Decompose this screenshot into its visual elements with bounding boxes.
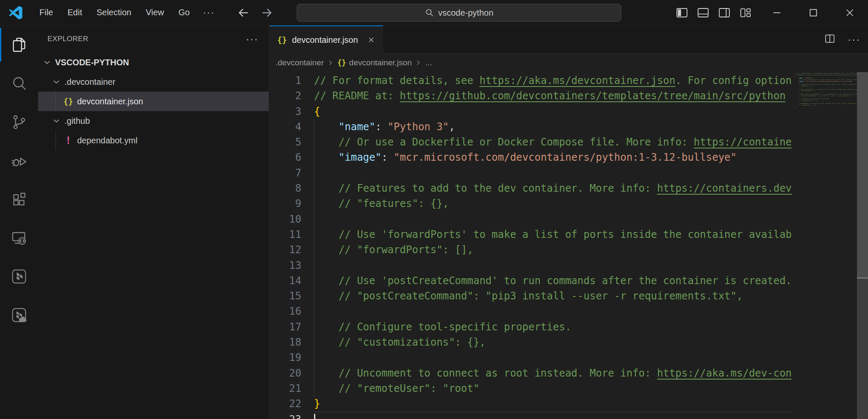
code-line[interactable]: 9 // "features": {}, bbox=[270, 196, 792, 211]
line-number: 17 bbox=[270, 319, 301, 335]
tree-item-root[interactable]: VSCODE-PYTHON bbox=[38, 53, 269, 72]
code-line[interactable]: 19 bbox=[270, 350, 792, 365]
line-content[interactable]: { bbox=[314, 106, 320, 117]
code-line[interactable]: 2// README at: https://github.com/devcon… bbox=[270, 88, 792, 103]
toggle-panel-icon[interactable] bbox=[693, 0, 714, 25]
code-token: // "features": {}, bbox=[339, 198, 449, 210]
editor-more-actions-icon[interactable]: ··· bbox=[848, 34, 860, 45]
activity-terraform-cloud[interactable] bbox=[0, 296, 38, 334]
code-line[interactable]: 3{ bbox=[270, 104, 792, 119]
scrollbar-slider[interactable] bbox=[857, 72, 868, 279]
code-line[interactable]: 15 // "postCreateCommand": "pip3 install… bbox=[270, 288, 792, 304]
split-editor-icon[interactable] bbox=[824, 33, 836, 46]
activity-search[interactable] bbox=[0, 64, 38, 103]
activity-terraform[interactable] bbox=[0, 257, 38, 296]
code-line[interactable]: 16 bbox=[270, 304, 792, 319]
line-number: 16 bbox=[270, 304, 301, 319]
menu-edit[interactable]: Edit bbox=[60, 5, 89, 20]
menu-more-ellipsis[interactable]: ··· bbox=[197, 5, 221, 21]
code-line[interactable]: 10 bbox=[270, 212, 792, 227]
toggle-primary-sidebar-icon[interactable] bbox=[671, 0, 693, 25]
tab-devcontainer-json[interactable]: {} devcontainer.json bbox=[270, 25, 383, 53]
customize-layout-icon[interactable] bbox=[735, 0, 756, 25]
breadcrumb-file[interactable]: devcontainer.json bbox=[349, 58, 412, 67]
chevron-down-icon[interactable] bbox=[51, 77, 62, 87]
code-token: // "customizations": {}, bbox=[339, 336, 486, 348]
code-lines[interactable]: 1// For format details, see https://aka.… bbox=[270, 73, 792, 419]
code-line[interactable]: 20 // Uncomment to connect as root inste… bbox=[270, 366, 792, 381]
close-tab-icon[interactable] bbox=[367, 36, 375, 44]
line-content[interactable]: // Use 'forwardPorts' to make a list of … bbox=[314, 229, 792, 240]
vertical-scrollbar[interactable] bbox=[857, 72, 868, 419]
line-content[interactable]: // Or use a Dockerfile or Docker Compose… bbox=[314, 136, 792, 148]
line-content[interactable]: // "remoteUser": "root" bbox=[314, 383, 479, 394]
activity-remote-explorer[interactable] bbox=[0, 218, 38, 257]
layout-controls bbox=[671, 0, 756, 25]
code-line[interactable]: 8 // Features to add to the dev containe… bbox=[270, 181, 792, 196]
tree-item-devcontainer-json[interactable]: {} devcontainer.json bbox=[38, 92, 269, 111]
line-content[interactable]: } bbox=[314, 398, 320, 410]
maximize-icon[interactable] bbox=[795, 0, 832, 25]
activity-source-control[interactable] bbox=[0, 103, 38, 141]
line-content[interactable]: // Uncomment to connect as root instead.… bbox=[314, 367, 792, 379]
breadcrumb-symbol-more[interactable]: ... bbox=[425, 58, 432, 67]
code-line[interactable]: 17 // Configure tool-specific properties… bbox=[270, 319, 792, 335]
code-token bbox=[314, 336, 339, 348]
code-line[interactable]: 1// For format details, see https://aka.… bbox=[270, 73, 792, 88]
code-token bbox=[314, 182, 339, 194]
tree-item-devcontainer-folder[interactable]: .devcontainer bbox=[38, 72, 269, 92]
code-line[interactable]: 7 bbox=[270, 165, 792, 181]
code-line[interactable]: 21 // "remoteUser": "root" bbox=[270, 381, 792, 396]
code-line[interactable]: 11 // Use 'forwardPorts' to make a list … bbox=[270, 227, 792, 242]
menu-view[interactable]: View bbox=[139, 5, 171, 20]
code-line[interactable]: 4 "name": "Python 3", bbox=[270, 119, 792, 134]
code-line[interactable]: 6 "image": "mcr.microsoft.com/devcontain… bbox=[270, 150, 792, 165]
code-token: // "postCreateCommand": "pip3 install --… bbox=[339, 290, 743, 302]
explorer-more-actions-icon[interactable]: ··· bbox=[246, 37, 259, 41]
minimap[interactable]: // For format details, see https://aka.m… bbox=[791, 73, 857, 417]
menu-file[interactable]: File bbox=[32, 5, 60, 20]
toggle-secondary-sidebar-icon[interactable] bbox=[714, 0, 735, 25]
code-line[interactable]: 18 // "customizations": {}, bbox=[270, 335, 792, 350]
breadcrumb-folder[interactable]: .devcontainer bbox=[275, 58, 324, 67]
code-line[interactable]: 5 // Or use a Dockerfile or Docker Compo… bbox=[270, 134, 792, 150]
code-line[interactable]: 12 // "forwardPorts": [], bbox=[270, 242, 792, 257]
code-token: { bbox=[314, 106, 320, 117]
code-line[interactable]: 14 // Use 'postCreateCommand' to run com… bbox=[270, 273, 792, 288]
line-content[interactable] bbox=[314, 413, 315, 419]
command-center-search[interactable]: vscode-python bbox=[297, 4, 621, 22]
line-content[interactable]: "name": "Python 3", bbox=[314, 121, 455, 133]
code-line[interactable]: 13 bbox=[270, 258, 792, 273]
line-content[interactable]: // Features to add to the dev container.… bbox=[314, 182, 792, 194]
activity-bar bbox=[0, 25, 38, 419]
tree-item-dependabot-yml[interactable]: ! dependabot.yml bbox=[38, 131, 269, 150]
go-back-icon[interactable] bbox=[237, 6, 250, 19]
code-token: , bbox=[449, 121, 455, 133]
menu-selection[interactable]: Selection bbox=[89, 5, 139, 20]
code-line[interactable]: 22} bbox=[270, 396, 792, 411]
line-content[interactable]: // "features": {}, bbox=[314, 198, 449, 210]
close-window-icon[interactable] bbox=[832, 0, 868, 25]
line-content[interactable]: // "postCreateCommand": "pip3 install --… bbox=[314, 290, 743, 302]
go-forward-icon[interactable] bbox=[261, 6, 273, 19]
line-content[interactable]: // "forwardPorts": [], bbox=[314, 244, 473, 256]
files-icon bbox=[11, 36, 28, 53]
code-line[interactable]: 23 bbox=[270, 412, 792, 419]
activity-extensions[interactable] bbox=[0, 180, 38, 218]
line-content[interactable]: // "customizations": {}, bbox=[314, 336, 486, 348]
terraform-cloud-icon bbox=[11, 307, 28, 324]
code-token: https://containers.dev/features bbox=[657, 182, 792, 194]
line-content[interactable]: "image": "mcr.microsoft.com/devcontainer… bbox=[314, 151, 737, 163]
tree-item-github-folder[interactable]: .github bbox=[38, 111, 269, 131]
line-content[interactable]: // Configure tool-specific properties. bbox=[314, 321, 571, 333]
activity-explorer[interactable] bbox=[0, 25, 38, 64]
line-content[interactable]: // Use 'postCreateCommand' to run comman… bbox=[314, 275, 792, 287]
minimize-icon[interactable] bbox=[759, 0, 795, 25]
line-content[interactable]: // README at: https://github.com/devcont… bbox=[314, 90, 786, 102]
tab-bar: {} devcontainer.json ··· bbox=[270, 25, 868, 53]
chevron-down-icon[interactable] bbox=[42, 58, 53, 67]
line-content[interactable]: // For format details, see https://aka.m… bbox=[314, 75, 792, 87]
chevron-down-icon[interactable] bbox=[51, 116, 62, 126]
menu-go[interactable]: Go bbox=[171, 5, 197, 20]
activity-run-debug[interactable] bbox=[0, 141, 38, 180]
